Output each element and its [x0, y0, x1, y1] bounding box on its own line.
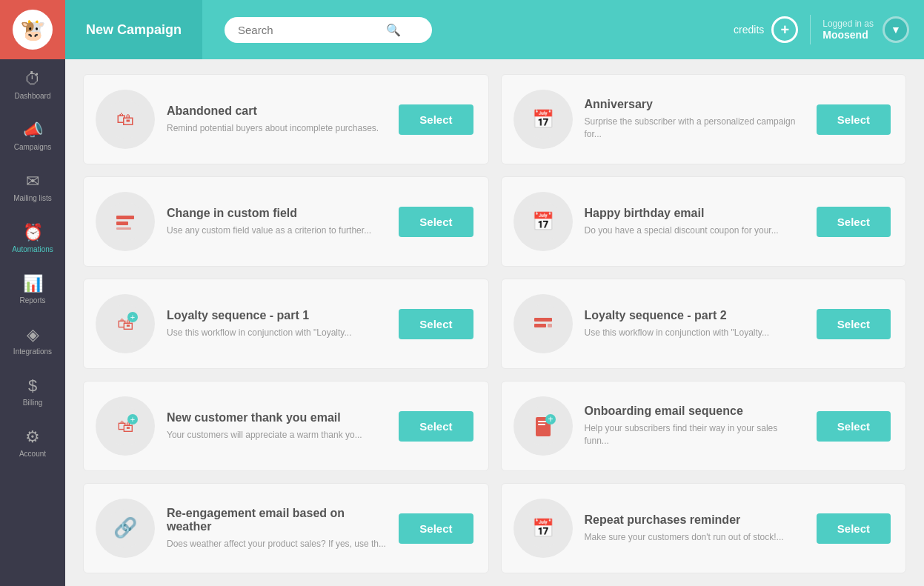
card-title-abandoned-cart: Abandoned cart — [167, 104, 387, 118]
onboarding-doc-icon: + — [524, 407, 562, 445]
card-content-reengagement: Re-engagement email based on weather Doe… — [167, 507, 387, 550]
card-happy-birthday: 📅 Happy birthday email Do you have a spe… — [501, 176, 907, 267]
topbar-divider — [810, 15, 811, 44]
card-content-change-custom-field: Change in custom field Use any custom fi… — [167, 207, 387, 237]
card-content-new-customer-thank-you: New customer thank you email Your custom… — [167, 411, 387, 442]
card-icon-new-customer-thank-you: 🛍 + — [96, 396, 155, 456]
card-icon-onboarding: + — [513, 396, 573, 456]
card-desc-happy-birthday: Do you have a special discount coupon fo… — [585, 224, 805, 237]
username-label: Moosend — [822, 29, 874, 41]
card-title-loyalty-2: Loyalty sequence - part 2 — [585, 309, 805, 322]
card-onboarding: + Onboarding email sequence Help your su… — [501, 381, 907, 471]
svg-text:+: + — [130, 313, 135, 322]
sidebar-label-account: Account — [19, 450, 46, 458]
sidebar-label-automations: Automations — [12, 245, 53, 253]
thank-you-cart-icon: 🛍 + — [106, 407, 144, 445]
select-button-happy-birthday[interactable]: Select — [817, 207, 891, 237]
card-new-customer-thank-you: 🛍 + New customer thank you email Your cu… — [83, 381, 489, 471]
svg-text:📅: 📅 — [532, 210, 554, 232]
reengagement-link-icon: 🔗 — [106, 509, 144, 547]
logo[interactable]: 🐮 — [0, 0, 65, 59]
campaigns-icon: 📣 — [23, 121, 43, 140]
sidebar-item-integrations[interactable]: ◈ Integrations — [0, 315, 65, 366]
logged-in-area: Logged in as Moosend ▼ — [822, 16, 909, 43]
card-desc-new-customer-thank-you: Your customers will appreciate a warm th… — [167, 429, 387, 442]
card-loyalty-2: Loyalty sequence - part 2 Use this workf… — [501, 279, 907, 369]
card-desc-loyalty-1: Use this workflow in conjunction with "L… — [167, 327, 387, 339]
svg-rect-17 — [548, 324, 552, 327]
svg-rect-15 — [534, 318, 552, 322]
card-desc-anniversary: Surprise the subscriber with a personali… — [585, 116, 805, 141]
sidebar-label-mailing-lists: Mailing lists — [13, 194, 52, 202]
svg-rect-6 — [116, 222, 128, 225]
sidebar-item-automations[interactable]: ⏰ Automations — [0, 213, 65, 264]
card-content-loyalty-2: Loyalty sequence - part 2 Use this workf… — [585, 309, 805, 339]
credits-area: credits + — [734, 16, 798, 43]
card-reengagement: 🔗 Re-engagement email based on weather D… — [83, 483, 489, 573]
credits-label: credits — [734, 24, 764, 36]
card-desc-abandoned-cart: Remind potential buyers about incomplete… — [167, 122, 387, 135]
svg-rect-7 — [116, 227, 131, 230]
card-desc-loyalty-2: Use this workflow in conjunction with "L… — [585, 327, 805, 339]
user-dropdown-button[interactable]: ▼ — [883, 16, 909, 43]
card-content-repeat-purchases: Repeat purchases reminder Make sure your… — [585, 513, 805, 544]
card-title-change-custom-field: Change in custom field — [167, 207, 387, 220]
card-content-onboarding: Onboarding email sequence Help your subs… — [585, 404, 805, 447]
loyalty2-field-icon — [524, 304, 562, 343]
sidebar-label-integrations: Integrations — [13, 347, 52, 356]
new-campaign-area: New Campaign — [65, 0, 202, 59]
search-input[interactable] — [238, 24, 386, 36]
svg-rect-25 — [538, 424, 545, 425]
card-content-anniversary: Anniversary Surprise the subscriber with… — [585, 98, 805, 141]
logged-in-text: Logged in as Moosend — [822, 19, 874, 41]
select-button-new-customer-thank-you[interactable]: Select — [399, 411, 473, 442]
select-button-abandoned-cart[interactable]: Select — [399, 104, 473, 135]
repeat-purchases-calendar-icon: 📅 — [524, 509, 562, 547]
select-button-change-custom-field[interactable]: Select — [399, 207, 473, 237]
card-desc-onboarding: Help your subscribers find their way in … — [585, 422, 805, 447]
billing-icon: $ — [28, 376, 37, 396]
dashboard-icon: ⏱ — [24, 70, 41, 89]
integrations-icon: ◈ — [27, 325, 39, 344]
card-desc-reengagement: Does weather affect your product sales? … — [167, 538, 387, 550]
select-button-reengagement[interactable]: Select — [399, 513, 473, 544]
svg-text:📅: 📅 — [532, 108, 554, 130]
logo-icon: 🐮 — [13, 10, 53, 50]
new-campaign-label: New Campaign — [86, 22, 182, 38]
card-icon-anniversary: 📅 — [513, 90, 573, 149]
svg-text:📅: 📅 — [532, 517, 554, 539]
card-repeat-purchases: 📅 Repeat purchases reminder Make sure yo… — [501, 483, 907, 573]
card-anniversary: 📅 Anniversary Surprise the subscriber wi… — [501, 74, 907, 164]
card-icon-abandoned-cart: 🛍 — [96, 90, 155, 149]
select-button-repeat-purchases[interactable]: Select — [817, 513, 891, 544]
cart-icon: 🛍 — [106, 100, 144, 139]
add-credits-button[interactable]: + — [771, 16, 798, 43]
select-button-loyalty-1[interactable]: Select — [399, 309, 473, 339]
svg-rect-16 — [534, 324, 546, 327]
sidebar-label-billing: Billing — [23, 399, 43, 407]
sidebar-label-reports: Reports — [19, 296, 45, 304]
svg-text:🛍: 🛍 — [116, 109, 134, 129]
card-icon-loyalty-2 — [513, 294, 573, 353]
loyalty1-cart-icon: 🛍 + — [106, 304, 144, 343]
sidebar: 🐮 ⏱ Dashboard 📣 Campaigns ✉ Mailing list… — [0, 0, 65, 586]
topbar: New Campaign 🔍 credits + Logged in as Mo… — [65, 0, 924, 59]
select-button-loyalty-2[interactable]: Select — [817, 309, 891, 339]
card-icon-change-custom-field — [96, 192, 155, 251]
sidebar-item-campaigns[interactable]: 📣 Campaigns — [0, 110, 65, 162]
sidebar-item-account[interactable]: ⚙ Account — [0, 417, 65, 468]
card-change-custom-field: Change in custom field Use any custom fi… — [83, 176, 489, 267]
svg-text:+: + — [130, 415, 135, 424]
search-box[interactable]: 🔍 — [225, 17, 432, 43]
sidebar-item-billing[interactable]: $ Billing — [0, 366, 65, 417]
select-button-anniversary[interactable]: Select — [817, 104, 891, 135]
sidebar-item-dashboard[interactable]: ⏱ Dashboard — [0, 59, 65, 110]
card-loyalty-1: 🛍 + Loyalty sequence - part 1 Use this w… — [83, 279, 489, 369]
sidebar-item-mailing-lists[interactable]: ✉ Mailing lists — [0, 162, 65, 213]
card-icon-loyalty-1: 🛍 + — [96, 294, 155, 353]
topbar-right: credits + Logged in as Moosend ▼ — [734, 15, 924, 44]
svg-text:🔗: 🔗 — [113, 516, 138, 539]
card-title-reengagement: Re-engagement email based on weather — [167, 507, 387, 533]
select-button-onboarding[interactable]: Select — [817, 411, 891, 442]
sidebar-item-reports[interactable]: 📊 Reports — [0, 264, 65, 315]
